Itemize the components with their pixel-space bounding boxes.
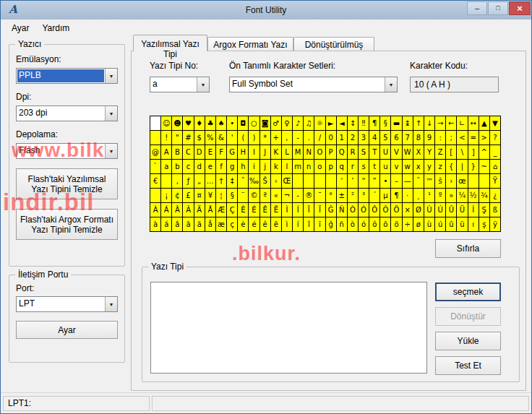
charmap-cell[interactable]: g (227, 160, 237, 173)
charmap-cell[interactable]: ‡ (227, 174, 237, 188)
charmap-cell[interactable] (161, 174, 171, 188)
charmap-cell[interactable]: Ã (183, 203, 193, 217)
charmap-cell[interactable]: ▲ (479, 116, 489, 130)
load-button[interactable]: Yükle (435, 332, 501, 350)
charmap-cell[interactable]: ‚ (172, 174, 182, 188)
charmap-cell[interactable]: æ (216, 217, 226, 231)
charmap-cell[interactable]: 1 (337, 131, 347, 145)
charmap-cell[interactable]: Ó (359, 203, 369, 217)
charmap-cell[interactable]: ƒ (183, 174, 193, 188)
charmap-cell[interactable]: † (216, 174, 226, 188)
charmap-cell[interactable]: ◘ (238, 116, 248, 130)
charmap-cell[interactable]: ▼ (490, 116, 500, 130)
charmap-cell[interactable]: ì (282, 217, 292, 231)
charmap-cell[interactable]: q (337, 160, 347, 173)
charmap-cell[interactable] (326, 174, 336, 188)
charmap-cell[interactable]: í (293, 217, 303, 231)
charmap-cell[interactable]: ‹ (271, 174, 281, 188)
charmap-cell[interactable]: @ (150, 145, 160, 159)
charmap-cell[interactable]: ♣ (205, 116, 215, 130)
menu-item-yardim[interactable]: Yardım (35, 21, 76, 35)
charmap-cell[interactable]: ™ (424, 174, 434, 188)
charmap-cell[interactable]: 2 (348, 131, 358, 145)
charmap-cell[interactable]: ¾ (479, 189, 489, 202)
charmap-cell[interactable]: ( (238, 131, 248, 145)
charmap-cell[interactable]: m (293, 160, 303, 173)
charmap-cell[interactable]: S (359, 145, 369, 159)
clear-argox-font-button[interactable]: Flash'taki Argox Formatı Yazı Tipini Tem… (16, 209, 118, 240)
charmap-cell[interactable]: Ğ (326, 203, 336, 217)
charmap-cell[interactable]: ş (479, 217, 489, 231)
charmap-cell[interactable]: ê (260, 217, 270, 231)
charmap-cell[interactable]: % (205, 131, 215, 145)
charmap-cell[interactable]: 9 (424, 131, 434, 145)
charmap-cell[interactable]: ¤ (194, 189, 205, 202)
charmap-cell[interactable]: “ (359, 174, 369, 188)
charmap-cell[interactable]: ” (369, 174, 379, 188)
chevron-down-icon[interactable]: ▼ (105, 297, 117, 311)
charmap-cell[interactable]: } (468, 160, 479, 173)
charmap-cell[interactable]: G (227, 145, 237, 159)
charmap-cell[interactable]: p (326, 160, 336, 173)
chevron-down-icon[interactable]: ▼ (105, 106, 117, 121)
charmap-cell[interactable]: © (249, 189, 259, 202)
charmap-cell[interactable]: ˆ (238, 174, 248, 188)
charmap-cell[interactable]: ¨ (238, 189, 248, 202)
charmap-cell[interactable]: ö (391, 217, 401, 231)
charmap-cell[interactable]: E (205, 145, 215, 159)
charmap-cell[interactable]: ? (490, 131, 500, 145)
charmap-cell[interactable]: Š (260, 174, 270, 188)
charmap-cell[interactable]: ↓ (424, 116, 434, 130)
charmap-cell[interactable]: x (413, 160, 424, 173)
charmap-cell[interactable]: õ (380, 217, 390, 231)
charmap-cell[interactable]: ¼ (457, 189, 467, 202)
charmap-cell[interactable]: B (172, 145, 182, 159)
charmap-cell[interactable]: P (326, 145, 336, 159)
charmap-cell[interactable]: ´ (369, 189, 379, 202)
test-button[interactable]: Test Et (435, 356, 501, 375)
charmap-cell[interactable]: b (172, 160, 182, 173)
charmap-cell[interactable]: ® (304, 189, 314, 202)
charmap-cell[interactable]: ◄ (337, 116, 347, 130)
charmap-cell[interactable]: • (380, 174, 390, 188)
tab-converted-file[interactable]: Dönüştürülmüş Dosya (293, 37, 374, 51)
charmap-cell[interactable]: · (403, 189, 413, 202)
charmap-cell[interactable] (150, 116, 160, 130)
charmap-cell[interactable]: \ (457, 145, 467, 159)
charmap-cell[interactable]: á (161, 217, 171, 231)
charmap-cell[interactable]: ♀ (282, 116, 292, 130)
charmap-cell[interactable]: ; (446, 131, 456, 145)
close-button[interactable]: × (509, 1, 531, 15)
charmap-cell[interactable]: 4 (369, 131, 379, 145)
charmap-cell[interactable]: Œ (282, 174, 292, 188)
charmap-cell[interactable] (293, 174, 303, 188)
charmap-cell[interactable]: à (150, 217, 160, 231)
charmap-cell[interactable]: › (446, 174, 456, 188)
charmap-cell[interactable]: ☻ (172, 116, 182, 130)
charmap-cell[interactable]: ‰ (249, 174, 259, 188)
charmap-cell[interactable]: : (435, 131, 445, 145)
charmap-cell[interactable]: ♦ (194, 116, 205, 130)
charmap-cell[interactable]: r (348, 160, 358, 173)
charmap-cell[interactable]: W (403, 145, 413, 159)
charmap-cell[interactable]: h (238, 160, 248, 173)
charmap-cell[interactable]: Ô (369, 203, 379, 217)
charmap-cell[interactable]: Á (161, 203, 171, 217)
charmap-cell[interactable]: É (249, 203, 259, 217)
charmap-cell[interactable]: ‼ (359, 116, 369, 130)
charmap-cell[interactable]: ↑ (413, 116, 424, 130)
charmap-cell[interactable]: § (380, 116, 390, 130)
charmap-cell[interactable]: ° (326, 189, 336, 202)
charmap-cell[interactable] (479, 174, 489, 188)
charmap-cell[interactable]: ' (227, 131, 237, 145)
tab-argox-format-font[interactable]: Argox Formatı Yazı Tipi (207, 37, 293, 51)
charmap-cell[interactable]: = (468, 131, 479, 145)
charmap-cell[interactable]: Z (435, 145, 445, 159)
charmap-cell[interactable]: ½ (468, 189, 479, 202)
charmap-cell[interactable]: a (161, 160, 171, 173)
charmap-cell[interactable]: — (403, 174, 413, 188)
charmap-cell[interactable]: ë (271, 217, 281, 231)
charmap-cell[interactable]: ¶ (369, 116, 379, 130)
charmap-cell[interactable]: i (249, 160, 259, 173)
charmap-cell[interactable]: ♫ (304, 116, 314, 130)
